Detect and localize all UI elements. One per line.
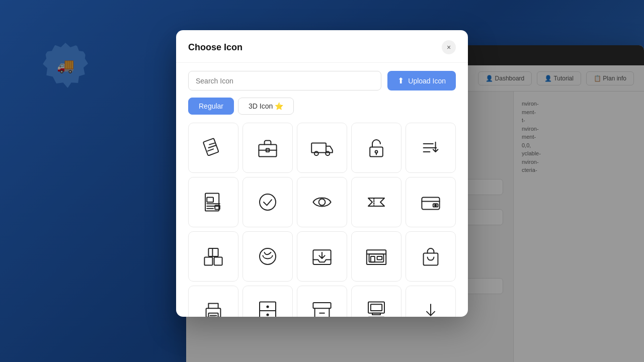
upload-button-label: Upload Icon [408, 77, 446, 85]
modal-overlay: Choose Icon × ⬆ Upload Icon Regular 3D I… [0, 0, 644, 362]
filter-tabs: Regular 3D Icon ⭐ [188, 98, 456, 115]
search-icon-input[interactable] [188, 71, 381, 90]
storefront-icon-cell[interactable] [351, 231, 401, 282]
cabinet-icon-cell[interactable] [243, 286, 293, 317]
svg-rect-41 [377, 256, 382, 259]
filter-regular[interactable]: Regular [188, 98, 234, 115]
upload-icon: ⬆ [397, 76, 404, 85]
svg-rect-39 [369, 254, 384, 262]
svg-rect-54 [371, 304, 382, 311]
sort-icon-cell[interactable] [406, 123, 456, 173]
svg-line-4 [209, 143, 215, 144]
svg-rect-40 [371, 256, 375, 262]
briefcase-icon-cell[interactable] [243, 123, 293, 173]
choose-icon-modal: Choose Icon × ⬆ Upload Icon Regular 3D I… [176, 30, 468, 317]
filter-3d[interactable]: 3D Icon ⭐ [238, 98, 294, 115]
svg-rect-31 [204, 257, 212, 265]
download-arrow-icon-cell[interactable] [406, 286, 456, 317]
modal-body: ⬆ Upload Icon Regular 3D Icon ⭐ [176, 63, 468, 317]
delivery-truck-icon-cell[interactable] [297, 123, 347, 173]
wallet-icon-cell[interactable] [406, 177, 456, 227]
svg-point-12 [326, 151, 330, 155]
archive-icon-cell[interactable] [297, 286, 347, 317]
search-upload-row: ⬆ Upload Icon [188, 71, 456, 90]
pos-icon-cell[interactable] [351, 286, 401, 317]
shopping-bag-icon-cell[interactable] [406, 231, 456, 282]
svg-line-5 [208, 145, 215, 148]
svg-point-30 [435, 205, 436, 206]
svg-rect-45 [208, 313, 218, 317]
basket-icon-cell[interactable] [243, 231, 293, 282]
svg-point-25 [260, 194, 276, 210]
upload-icon-button[interactable]: ⬆ Upload Icon [387, 71, 456, 90]
lock-icon-cell[interactable] [351, 123, 401, 173]
print-icon-cell[interactable] [188, 286, 238, 317]
svg-rect-52 [313, 303, 331, 308]
svg-point-11 [314, 151, 318, 155]
boxes-icon-cell[interactable] [188, 231, 238, 282]
checkmark-circle-icon-cell[interactable] [243, 177, 293, 227]
svg-rect-32 [214, 257, 222, 265]
eye-icon-cell[interactable] [297, 177, 347, 227]
modal-title: Choose Icon [188, 42, 243, 53]
svg-point-50 [267, 306, 268, 307]
svg-rect-43 [424, 253, 438, 265]
svg-line-6 [208, 149, 213, 151]
svg-point-26 [319, 199, 326, 206]
document-lines-icon-cell[interactable] [188, 177, 238, 227]
inbox-download-icon-cell[interactable] [297, 231, 347, 282]
modal-close-button[interactable]: × [442, 40, 456, 54]
tag-icon-cell[interactable] [188, 123, 238, 173]
coupon-icon-cell[interactable] [351, 177, 401, 227]
svg-rect-13 [370, 147, 383, 156]
svg-rect-33 [208, 248, 218, 256]
svg-point-51 [267, 314, 268, 315]
icons-grid [188, 123, 456, 317]
modal-header: Choose Icon × [176, 30, 468, 63]
svg-rect-20 [207, 197, 213, 202]
svg-rect-10 [311, 143, 326, 152]
svg-point-35 [260, 248, 276, 264]
